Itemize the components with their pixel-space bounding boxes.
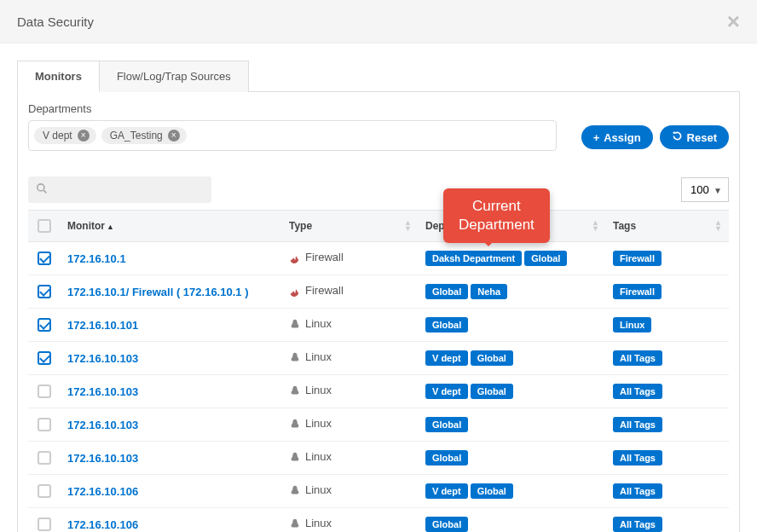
search-input[interactable] (28, 176, 211, 203)
linux-icon (289, 451, 301, 466)
department-badge[interactable]: Global (471, 350, 513, 366)
department-badge[interactable]: V dept (425, 350, 468, 366)
svg-line-1 (43, 190, 46, 193)
tab-sources[interactable]: Flow/Log/Trap Sources (100, 61, 249, 92)
page-size-select[interactable]: 100 (681, 177, 729, 202)
monitor-link[interactable]: 172.16.10.106 (67, 518, 138, 531)
departments-input[interactable]: V dept×GA_Testing× (28, 120, 557, 151)
row-checkbox[interactable] (38, 451, 51, 465)
tag-badge[interactable]: Firewall (613, 284, 662, 299)
table-row: 172.16.10.103LinuxV deptGlobalAll Tags (28, 342, 729, 375)
tag-badge[interactable]: All Tags (613, 517, 662, 532)
monitor-link[interactable]: 172.16.10.1 (67, 252, 126, 265)
chip-remove-icon[interactable]: × (78, 130, 90, 142)
department-badge[interactable]: Daksh Department (425, 251, 522, 266)
svg-point-0 (38, 183, 44, 190)
monitor-link[interactable]: 172.16.10.103 (67, 352, 138, 365)
tag-badge[interactable]: All Tags (613, 483, 662, 499)
col-tags[interactable]: Tags▲▼ (606, 211, 729, 242)
department-badge[interactable]: Neha (471, 284, 507, 299)
monitor-link[interactable]: 172.16.10.101 (67, 319, 138, 332)
row-checkbox[interactable] (38, 385, 51, 398)
monitors-table: Monitor▲ Type▲▼ Departments▲▼ Tags▲▼ 172… (28, 210, 729, 532)
linux-icon (289, 351, 301, 366)
department-chip: V dept× (34, 127, 96, 144)
row-checkbox[interactable] (38, 484, 51, 498)
table-row: 172.16.10.106LinuxV deptGlobalAll Tags (28, 475, 729, 508)
department-badge[interactable]: V dept (425, 384, 468, 399)
sort-icon: ▲▼ (592, 220, 599, 232)
department-badge[interactable]: Global (524, 251, 567, 266)
department-badge[interactable]: V dept (425, 483, 468, 499)
department-badge[interactable]: Global (425, 284, 468, 299)
select-all-checkbox[interactable] (38, 219, 51, 233)
departments-label: Departments (28, 102, 564, 115)
chip-remove-icon[interactable]: × (168, 130, 180, 142)
row-checkbox[interactable] (38, 285, 51, 298)
tag-badge[interactable]: Firewall (613, 251, 662, 266)
department-badge[interactable]: Global (425, 517, 468, 532)
close-icon[interactable]: × (727, 10, 740, 32)
table-row: 172.16.10.1/ Firewall ( 172.16.10.1 )Fir… (28, 275, 729, 309)
page-title: Data Security (17, 14, 94, 29)
sort-asc-icon: ▲ (107, 223, 114, 231)
tag-badge[interactable]: Linux (613, 317, 651, 332)
linux-icon (289, 518, 301, 532)
tab-bar: Monitors Flow/Log/Trap Sources (17, 61, 740, 92)
department-badge[interactable]: Global (425, 317, 468, 332)
tag-badge[interactable]: All Tags (613, 417, 662, 432)
firewall-icon (289, 285, 301, 299)
monitor-link[interactable]: 172.16.10.103 (67, 452, 138, 465)
row-checkbox[interactable] (38, 318, 51, 332)
row-checkbox[interactable] (38, 518, 51, 531)
row-checkbox[interactable] (38, 418, 51, 431)
reset-icon (672, 130, 683, 144)
linux-icon (289, 318, 301, 332)
department-badge[interactable]: Global (471, 384, 513, 399)
table-row: 172.16.10.103LinuxGlobalAll Tags (28, 408, 729, 442)
firewall-icon (289, 252, 301, 266)
monitor-link[interactable]: 172.16.10.106 (67, 485, 138, 498)
linux-icon (289, 385, 301, 399)
table-row: 172.16.10.101LinuxGlobalLinux (28, 309, 729, 342)
table-row: 172.16.10.106LinuxGlobalAll Tags (28, 508, 729, 533)
reset-button[interactable]: Reset (660, 125, 729, 149)
department-badge[interactable]: Global (425, 417, 468, 432)
monitor-link[interactable]: 172.16.10.1/ Firewall ( 172.16.10.1 ) (67, 286, 248, 298)
monitor-link[interactable]: 172.16.10.103 (67, 419, 138, 431)
sort-icon: ▲▼ (404, 220, 412, 232)
department-chip: GA_Testing× (101, 127, 187, 144)
monitor-link[interactable]: 172.16.10.103 (67, 385, 138, 398)
col-monitor[interactable]: Monitor▲ (61, 211, 282, 242)
plus-icon: + (593, 131, 600, 144)
linux-icon (289, 484, 301, 499)
tag-badge[interactable]: All Tags (613, 350, 662, 366)
department-badge[interactable]: Global (471, 483, 513, 499)
callout-current-department: Current Department (443, 188, 550, 243)
assign-button[interactable]: + Assign (581, 125, 653, 149)
table-row: 172.16.10.103LinuxGlobalAll Tags (28, 442, 729, 475)
department-badge[interactable]: Global (425, 450, 468, 466)
table-row: 172.16.10.103LinuxV deptGlobalAll Tags (28, 375, 729, 408)
tag-badge[interactable]: All Tags (613, 450, 662, 466)
sort-icon: ▲▼ (714, 220, 722, 232)
linux-icon (289, 418, 301, 432)
tag-badge[interactable]: All Tags (613, 384, 662, 399)
table-row: 172.16.10.1FirewallDaksh DepartmentGloba… (28, 242, 729, 275)
row-checkbox[interactable] (38, 252, 51, 265)
row-checkbox[interactable] (38, 351, 51, 365)
search-icon (37, 183, 48, 197)
tab-monitors[interactable]: Monitors (17, 61, 100, 92)
col-type[interactable]: Type▲▼ (282, 211, 419, 242)
